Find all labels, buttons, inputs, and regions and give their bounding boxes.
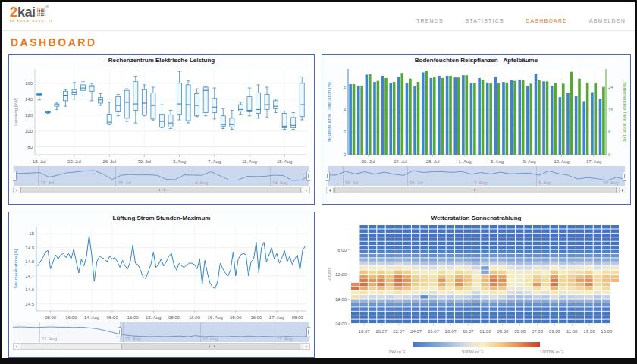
heatmap-cell: [481, 246, 488, 249]
heatmap-cell: [455, 234, 463, 237]
range-navigator[interactable]: 11. Aug13. Aug15. Aug17. Aug: [13, 322, 310, 342]
scrollbar-thumb[interactable]: [121, 344, 301, 349]
scrollbar[interactable]: [13, 343, 310, 350]
navigator-handle-right[interactable]: [306, 327, 310, 337]
scrollbar-thumb[interactable]: [334, 187, 617, 193]
tick-label: 0: [608, 152, 611, 157]
heatmap-cell: [498, 303, 506, 307]
tick-label: Leistung [kW]: [14, 98, 18, 126]
range-navigator[interactable]: 19. Jul26. Jul2. Aug9. Aug16. Aug: [326, 166, 626, 186]
heatmap-cell: [438, 320, 445, 324]
main-nav: TRENDS STATISTICS DASHBOARD ABMELDEN: [398, 12, 626, 26]
box-body: [142, 89, 146, 115]
heatmap-cell: [594, 258, 601, 262]
heatmap-cell: [447, 278, 454, 282]
heatmap-cell: [524, 287, 532, 290]
scrollbar-arrow-left[interactable]: [327, 187, 334, 193]
heatmap-cell: [369, 234, 376, 237]
heatmap-cell: [455, 278, 463, 282]
scrollbar[interactable]: [326, 187, 626, 193]
heatmap-cell: [463, 278, 471, 282]
heatmap-cell: [420, 237, 428, 241]
heatmap-cell: [594, 250, 601, 254]
heatmap-cell: [455, 307, 463, 311]
bar-green: [425, 71, 428, 155]
bar-green: [417, 82, 420, 155]
navigator-handle-left[interactable]: [13, 171, 17, 181]
navigator-handle-right[interactable]: [623, 171, 626, 181]
heatmap-cell: [438, 234, 445, 237]
heatmap-cell: [412, 307, 419, 311]
heatmap-cell: [377, 303, 384, 307]
heatmap-cell: [524, 246, 532, 249]
heatmap-cell: [438, 275, 445, 278]
heatmap-cell: [559, 303, 566, 307]
range-navigator[interactable]: 15. Jul25. Jul4. Aug14. Aug: [13, 166, 310, 186]
tick-label: 6: [344, 85, 347, 89]
heatmap-cell: [594, 229, 601, 233]
heatmap-cell: [602, 234, 610, 237]
heatmap-cell: [551, 229, 558, 233]
heatmap-cell: [386, 283, 394, 287]
heatmap-cell: [359, 320, 367, 324]
navigator-handle-left[interactable]: [118, 327, 122, 337]
tick-label: 07.08: [532, 329, 544, 334]
heatmap-cell: [429, 229, 437, 233]
heatmap-cell: [394, 225, 402, 229]
chart-title: Bodenfeuchten Reispflanzen - Apfelbäume: [322, 57, 630, 64]
heatmap-cell: [594, 278, 601, 282]
heatmap-cell: [369, 237, 376, 241]
heatmap-cell: [447, 320, 454, 324]
logo[interactable]: 2kai® to know about it: [10, 5, 53, 24]
heatmap-cell: [533, 320, 541, 324]
heatmap-cell: [472, 295, 480, 299]
scrollbar-thumb[interactable]: [20, 187, 300, 193]
heatmap-cell: [394, 320, 402, 324]
bar-green: [393, 82, 396, 155]
heatmap-cell: [567, 254, 575, 258]
scrollbar-arrow-right[interactable]: [619, 187, 626, 193]
scrollbar-arrow-left[interactable]: [14, 344, 20, 349]
heatmap-cell: [369, 283, 376, 287]
heatmap-cell: [594, 303, 601, 307]
tick-label: 9. Aug: [523, 159, 536, 164]
heatmap-cell: [438, 229, 445, 233]
scrollbar[interactable]: [13, 187, 310, 193]
heatmap-cell: [594, 291, 601, 295]
navigator-handle-left[interactable]: [326, 171, 330, 181]
scrollbar-arrow-right[interactable]: [303, 344, 309, 349]
heatmap-cell: [585, 275, 592, 278]
heatmap-cell: [551, 300, 558, 303]
heatmap-cell: [507, 278, 515, 282]
logo-dot: [37, 13, 39, 14]
heatmap-cell: [369, 315, 376, 319]
heatmap-cell: [498, 287, 506, 290]
heatmap-cell: [412, 312, 419, 315]
heatmap-cell: [507, 303, 515, 307]
heatmap-cell: [359, 283, 367, 287]
nav-item-dashboard[interactable]: DASHBOARD: [526, 18, 567, 24]
heatmap-cell: [594, 271, 601, 275]
heatmap-cell: [524, 295, 532, 299]
bar-blue: [366, 74, 369, 155]
heatmap-cell: [611, 246, 619, 249]
heatmap-cell: [481, 225, 488, 229]
heatmap-cell: [516, 254, 523, 258]
heatmap-cell: [481, 229, 488, 233]
scrollbar-arrow-left[interactable]: [14, 187, 20, 193]
nav-item-trends[interactable]: TRENDS: [416, 18, 444, 24]
heatmap-cell: [507, 271, 515, 275]
navigator-handle-right[interactable]: [306, 171, 310, 181]
heatmap-cell: [594, 312, 601, 315]
bar-blue: [478, 78, 481, 155]
scrollbar-arrow-right[interactable]: [303, 187, 309, 193]
heatmap-cell: [490, 258, 497, 262]
nav-item-abmelden[interactable]: ABMELDEN: [589, 18, 626, 24]
heatmap-cell: [507, 307, 515, 311]
tick-label: 16:00: [65, 315, 77, 320]
nav-item-statistics[interactable]: STATISTICS: [465, 18, 504, 24]
logo-dot: [42, 8, 44, 9]
tick-label: 3. Aug: [173, 159, 186, 164]
heatmap-cell: [559, 258, 566, 262]
heatmap-cell: [533, 266, 541, 270]
